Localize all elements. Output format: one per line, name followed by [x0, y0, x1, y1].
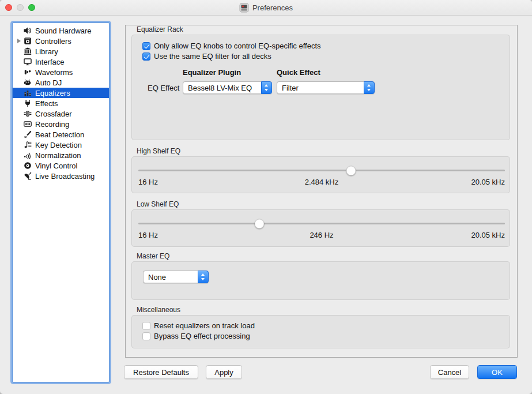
sidebar-item-effects[interactable]: Effects: [13, 98, 109, 108]
cassette-icon: [22, 120, 32, 128]
sidebar-item-vinyl-control[interactable]: Vinyl Control: [13, 160, 109, 171]
sidebar-item-sound-hardware[interactable]: Sound Hardware: [13, 25, 109, 36]
group-title: Master EQ: [137, 253, 510, 260]
master-eq-select[interactable]: None: [143, 271, 209, 283]
quick-effect-select[interactable]: Filter: [277, 81, 375, 94]
sidebar-item-crossfader[interactable]: Crossfader: [13, 108, 109, 119]
equalizers-preferences-page: Equalizer Rack Only allow EQ knobs to co…: [125, 25, 518, 358]
vinyl-icon: [22, 162, 32, 170]
sidebar-item-label: Interface: [35, 58, 65, 66]
zoom-button[interactable]: [28, 4, 35, 11]
checkbox-label[interactable]: Bypass EQ effect processing: [154, 332, 250, 340]
equalizer-icon: [22, 89, 32, 97]
sidebar-item-label: Live Broadcasting: [35, 172, 95, 181]
preferences-app-icon: [239, 3, 249, 13]
slider-scale: 16 Hz 246 Hz 20.05 kHz: [138, 231, 505, 239]
high-shelf-eq-group: High Shelf EQ 16 Hz 2.484 kHz 20.05 kHz: [131, 148, 510, 193]
sidebar-item-waveforms[interactable]: Waveforms: [13, 67, 109, 77]
group-title: High Shelf EQ: [137, 148, 510, 155]
slider-track[interactable]: [138, 170, 505, 171]
traffic-lights: [5, 4, 35, 11]
quick-effect-column-header: Quick Effect: [277, 68, 320, 77]
chevron-up-down-icon: [198, 271, 209, 283]
chevron-up-down-icon: [261, 81, 272, 94]
slider-track[interactable]: [138, 223, 505, 224]
same-eq-filter-checkbox[interactable]: [142, 52, 150, 61]
master-eq-group: Master EQ None: [131, 253, 510, 300]
scale-min-label: 16 Hz: [138, 178, 261, 186]
sidebar-item-equalizers[interactable]: Equalizers: [13, 88, 109, 98]
group-box: Reset equalizers on track load Bypass EQ…: [131, 315, 510, 348]
sidebar-item-label: Crossfader: [35, 110, 72, 118]
monitor-icon: [22, 58, 32, 66]
sidebar-item-beat-detection[interactable]: Beat Detection: [13, 129, 109, 140]
scale-max-label: 20.05 kHz: [383, 178, 505, 186]
sidebar-item-label: Vinyl Control: [35, 162, 77, 170]
bypass-eq-checkbox-row[interactable]: Bypass EQ effect processing: [142, 332, 250, 340]
selected-value: None: [148, 273, 166, 282]
chevron-up-down-icon: [364, 81, 375, 94]
same-eq-filter-checkbox-row[interactable]: Use the same EQ filter for all decks: [142, 52, 271, 61]
bypass-eq-checkbox[interactable]: [142, 332, 150, 340]
group-box: Only allow EQ knobs to control EQ-specif…: [131, 35, 510, 140]
library-icon: [22, 47, 32, 55]
group-box: None: [131, 261, 510, 300]
selected-value: Filter: [282, 84, 299, 92]
sound-wave-icon: [22, 151, 32, 159]
eq-knobs-checkbox-row[interactable]: Only allow EQ knobs to control EQ-specif…: [142, 42, 321, 50]
selected-value: Bessel8 LV-Mix EQ: [188, 84, 252, 92]
group-title: Equalizer Rack: [137, 26, 510, 33]
scale-max-label: 20.05 kHz: [383, 231, 505, 239]
low-shelf-eq-group: Low Shelf EQ 16 Hz 246 Hz 20.05 kHz: [131, 201, 510, 247]
eq-knobs-checkbox[interactable]: [142, 42, 150, 50]
sidebar-item-interface[interactable]: Interface: [13, 57, 109, 67]
waveform-icon: [22, 68, 32, 76]
cancel-button[interactable]: Cancel: [430, 365, 469, 379]
checkbox-label[interactable]: Use the same EQ filter for all decks: [154, 52, 271, 61]
preferences-window: Preferences Sound Hardware Controllers L…: [0, 0, 532, 394]
reset-equalizers-checkbox-row[interactable]: Reset equalizers on track load: [142, 321, 255, 330]
sidebar-item-key-detection[interactable]: Key Detection: [13, 140, 109, 150]
sidebar-item-label: Normalization: [35, 151, 81, 160]
group-box: 16 Hz 2.484 kHz 20.05 kHz: [131, 156, 510, 193]
sidebar-item-label: Key Detection: [35, 141, 82, 149]
sidebar-item-label: Beat Detection: [35, 130, 84, 139]
speaker-icon: [22, 27, 32, 35]
sidebar-item-label: Recording: [35, 120, 69, 129]
high-shelf-slider[interactable]: [138, 166, 505, 175]
sidebar-item-library[interactable]: Library: [13, 46, 109, 57]
sidebar-item-auto-dj[interactable]: Auto DJ: [13, 77, 109, 88]
disclosure-slot[interactable]: [15, 39, 22, 43]
preferences-category-list: Sound Hardware Controllers Library Inter…: [12, 22, 110, 382]
scale-value-label: 246 Hz: [261, 231, 383, 239]
reset-equalizers-checkbox[interactable]: [142, 322, 150, 330]
sidebar-item-label: Library: [35, 47, 58, 56]
checkbox-label[interactable]: Reset equalizers on track load: [154, 321, 255, 330]
satellite-icon: [22, 172, 32, 180]
scale-value-label: 2.484 kHz: [261, 178, 383, 186]
robot-icon: [22, 78, 32, 87]
slider-handle[interactable]: [254, 219, 264, 228]
disclosure-triangle-icon[interactable]: [17, 39, 21, 43]
sidebar-item-live-broadcasting[interactable]: Live Broadcasting: [13, 171, 109, 181]
slider-handle[interactable]: [346, 166, 356, 175]
group-title: Miscellaneous: [137, 306, 510, 314]
apply-button[interactable]: Apply: [206, 365, 242, 379]
restore-defaults-button[interactable]: Restore Defaults: [124, 365, 198, 379]
low-shelf-slider[interactable]: [138, 219, 505, 228]
close-button[interactable]: [5, 4, 12, 11]
sidebar-item-label: Effects: [35, 99, 58, 108]
sidebar-item-recording[interactable]: Recording: [13, 119, 109, 129]
equalizer-rack-group: Equalizer Rack Only allow EQ knobs to co…: [131, 26, 510, 140]
ok-button[interactable]: OK: [477, 365, 517, 379]
checkbox-label[interactable]: Only allow EQ knobs to control EQ-specif…: [154, 42, 321, 50]
titlebar: Preferences: [0, 0, 532, 16]
sidebar-item-normalization[interactable]: Normalization: [13, 150, 109, 160]
scale-min-label: 16 Hz: [138, 231, 261, 239]
group-box: 16 Hz 246 Hz 20.05 kHz: [131, 209, 510, 247]
equalizer-plugin-select[interactable]: Bessel8 LV-Mix EQ: [183, 81, 272, 94]
sidebar-item-controllers[interactable]: Controllers: [13, 36, 109, 46]
miscellaneous-group: Miscellaneous Reset equalizers on track …: [131, 306, 510, 348]
music-note-icon: [22, 141, 32, 149]
sidebar-item-label: Waveforms: [35, 68, 73, 77]
